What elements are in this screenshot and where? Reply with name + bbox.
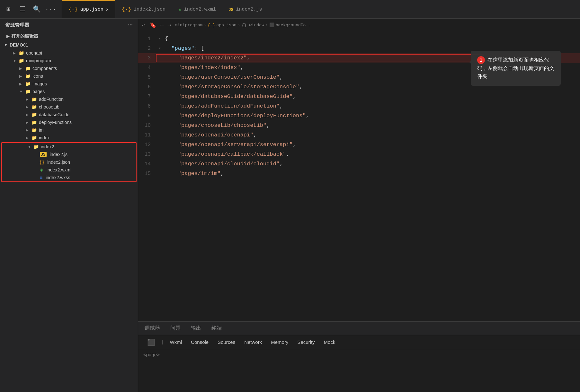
tab-bar: {·} app.json ✕ {·} index2.json ◈ index2.… — [55, 0, 576, 18]
split-editor-icon[interactable]: ⇔ — [142, 22, 146, 29]
tree-item-index2-wxss[interactable]: ≡ index2.wxss — [2, 174, 136, 181]
line-content: "pages/openapi/openapi", — [164, 130, 580, 140]
sidebar: 资源管理器 ··· ▶ 打开的编辑器 ▼ DEMO01 ▶ 📁 openapi … — [0, 19, 138, 392]
tab-app-json[interactable]: {·} app.json ✕ — [62, 0, 115, 18]
folder-icon: 📁 — [19, 58, 24, 63]
wxml-btn[interactable]: Wxml — [166, 338, 186, 346]
bc-bgsymbol: ⬛ — [269, 22, 274, 28]
line-number: 8 — [138, 101, 156, 111]
tree-item-chooselib[interactable]: ▶ 📁 chooseLib — [0, 103, 138, 111]
wxml-icon: ◈ — [178, 6, 182, 13]
forward-icon[interactable]: → — [168, 22, 171, 28]
tab-close-btn[interactable]: ✕ — [106, 7, 109, 12]
bottom-content-text: <page> — [143, 352, 160, 357]
title-bar-left: ⊞ ☰ 🔍 ··· — [4, 5, 55, 14]
tree-item-addfunction[interactable]: ▶ 📁 addFunction — [0, 95, 138, 103]
line-number: 5 — [138, 73, 156, 82]
item-label: components — [32, 66, 57, 71]
tree-item-index2[interactable]: ▼ 📁 index2 — [2, 143, 136, 151]
code-editor[interactable]: 1在这里添加新页面响相应代码，左侧就会自动出现新页面的文件夹 1 ▾ { 2 ▾… — [138, 31, 580, 321]
folder-icon: 📁 — [31, 127, 37, 133]
sources-btn[interactable]: Sources — [214, 338, 239, 346]
line-number: 11 — [138, 130, 156, 140]
security-btn[interactable]: Security — [293, 338, 318, 346]
line-number: 9 — [138, 111, 156, 121]
search-icon[interactable]: 🔍 — [32, 5, 41, 14]
folder-icon: 📁 — [31, 104, 37, 109]
line-content: "pages/databaseGuide/databaseGuide", — [164, 92, 580, 101]
tree-item-im[interactable]: ▶ 📁 im — [0, 126, 138, 134]
tab-index2-js[interactable]: JS index2.js — [222, 0, 269, 18]
sidebar-title: 资源管理器 — [5, 22, 29, 28]
item-label: index2.wxml — [47, 167, 71, 172]
line-content: "pages/chooseLib/chooseLib", — [164, 121, 580, 130]
tab-problems[interactable]: 问题 — [169, 322, 182, 335]
folder-icon: 📁 — [31, 120, 37, 125]
line-number: 4 — [138, 63, 156, 73]
tree-item-openapi[interactable]: ▶ 📁 openapi — [0, 49, 138, 57]
line-toggle[interactable]: ▾ — [156, 44, 164, 53]
tree-item-index2-wxml[interactable]: ◈ index2.wxml — [2, 166, 136, 174]
item-label: pages — [32, 89, 45, 94]
line-number: 7 — [138, 92, 156, 101]
line-number: 3 — [138, 53, 156, 63]
bc-appjson: app.json — [217, 23, 236, 28]
tab-debugger[interactable]: 调试器 — [143, 322, 161, 335]
back-icon[interactable]: ← — [160, 22, 164, 28]
mock-btn[interactable]: Mock — [320, 338, 339, 346]
tree-item-deployfunctions[interactable]: ▶ 📁 deployFunctions — [0, 118, 138, 126]
item-label: index — [39, 135, 49, 140]
tree-item-components[interactable]: ▶ 📁 components — [0, 65, 138, 72]
line-number: 12 — [138, 140, 156, 150]
menu-icon[interactable]: ☰ — [18, 5, 27, 14]
bc-window: {} window — [242, 23, 264, 28]
tree-item-index[interactable]: ▶ 📁 index — [0, 134, 138, 142]
tab-index2-wxml[interactable]: ◈ index2.wxml — [172, 0, 222, 18]
tab-index2-json[interactable]: {·} index2.json — [115, 0, 172, 18]
tree-arrow: ▶ — [26, 113, 30, 117]
tree-item-index2-json[interactable]: {·} index2.json — [2, 158, 136, 166]
code-line-1: 1 ▾ { — [138, 34, 580, 44]
code-line-11: 11 "pages/openapi/openapi", — [138, 130, 580, 140]
tree-item-pages[interactable]: ▼ 📁 pages — [0, 88, 138, 95]
line-content: "pages/im/im", — [164, 169, 580, 179]
section-arrow: ▶ — [6, 34, 9, 39]
layout-icon[interactable]: ⊞ — [4, 5, 13, 14]
code-line-12: 12 "pages/openapi/serverapi/serverapi", — [138, 140, 580, 150]
js-file-icon: JS — [40, 152, 47, 157]
line-number: 13 — [138, 150, 156, 159]
tree-arrow: ▶ — [26, 136, 30, 140]
line-content: "pages/deployFunctions/deployFunctions", — [164, 111, 580, 121]
line-toggle[interactable]: ▾ — [156, 34, 164, 44]
tab-label: index2.json — [134, 7, 165, 12]
item-label: databaseGuide — [39, 112, 69, 117]
line-content: { — [164, 34, 580, 44]
folder-icon: 📁 — [25, 74, 31, 79]
section-demo01[interactable]: ▼ DEMO01 — [0, 41, 138, 49]
bc-appjson-icon: {·} — [208, 23, 215, 28]
cursor-tool-btn[interactable]: ⬛ — [143, 337, 159, 347]
memory-btn[interactable]: Memory — [267, 338, 292, 346]
bookmark-icon[interactable]: 🔖 — [149, 22, 156, 29]
tree-item-images[interactable]: ▶ 📁 images — [0, 80, 138, 88]
section-open-editors[interactable]: ▶ 打开的编辑器 — [0, 32, 138, 41]
console-btn[interactable]: Console — [187, 338, 212, 346]
network-btn[interactable]: Network — [240, 338, 266, 346]
sidebar-more-btn[interactable]: ··· — [128, 22, 133, 29]
tooltip-text: 在这里添加新页面响相应代码，左侧就会自动出现新页面的文件夹 — [477, 57, 554, 79]
item-label: openapi — [26, 50, 42, 56]
tree-item-databaseguide[interactable]: ▶ 📁 databaseGuide — [0, 111, 138, 118]
main-area: 资源管理器 ··· ▶ 打开的编辑器 ▼ DEMO01 ▶ 📁 openapi … — [0, 19, 580, 392]
tree-item-index2-js[interactable]: JS index2.js — [2, 151, 136, 158]
tab-output[interactable]: 输出 — [190, 322, 202, 335]
tab-terminal[interactable]: 终端 — [210, 322, 223, 335]
tree-item-miniprogram[interactable]: ▼ 📁 miniprogram — [0, 57, 138, 65]
more-icon[interactable]: ··· — [46, 5, 55, 14]
line-number: 6 — [138, 82, 156, 92]
section-arrow: ▼ — [4, 43, 8, 47]
folder-icon: 📁 — [31, 112, 37, 117]
code-line-9: 9 "pages/deployFunctions/deployFunctions… — [138, 111, 580, 121]
folder-icon: 📁 — [31, 97, 37, 102]
item-label: index2.js — [50, 152, 67, 157]
tree-item-icons[interactable]: ▶ 📁 icons — [0, 72, 138, 80]
